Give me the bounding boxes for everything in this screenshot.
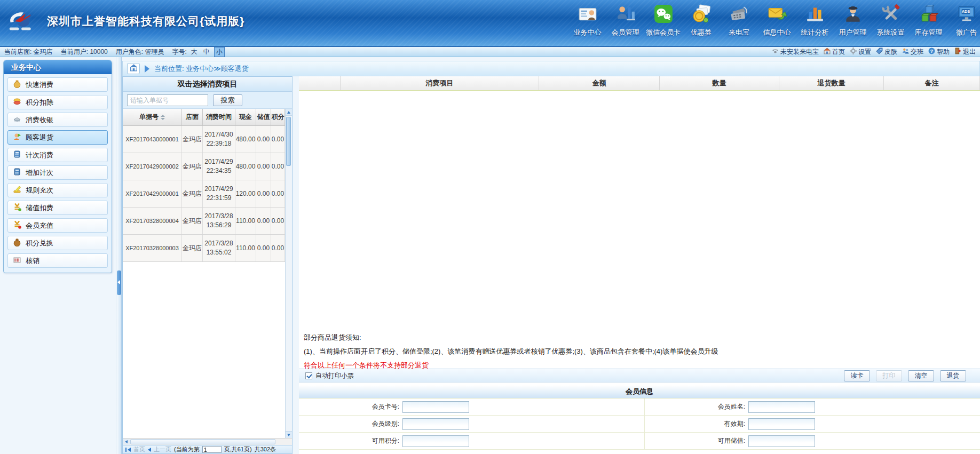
pagination-bar: 首页 上一页 (当前为第 页,共61页) 共302条 <box>123 445 292 453</box>
sidebar-item-verify[interactable]: 核销 <box>7 253 108 268</box>
member-level-label: 会员级别: <box>299 419 399 428</box>
total-records: 共302条 <box>255 445 276 453</box>
search-button[interactable]: 搜索 <box>213 94 242 106</box>
sidebar-item-stored-value-deduct[interactable]: 储值扣费 <box>7 201 108 215</box>
customer-return-icon <box>13 132 21 142</box>
yen-minus-icon <box>13 203 21 213</box>
member-card-no-field[interactable] <box>402 401 469 413</box>
refund-table-header: 消费项目 金额 数量 退货数量 备注 <box>299 76 980 91</box>
sidebar-item-cashier[interactable]: 消费收银 <box>7 113 108 127</box>
breadcrumb-home-button[interactable] <box>127 63 140 74</box>
nav-item-user-management[interactable]: 用户管理 <box>834 4 872 37</box>
nav-item-message-center[interactable]: 信息中心 <box>758 4 796 37</box>
caller-id-icon <box>729 4 749 26</box>
form-row: 可用积分: 可用储值: <box>299 433 980 450</box>
available-points-field[interactable] <box>402 435 469 447</box>
valid-date-label: 有效期: <box>645 419 745 428</box>
sidebar-item-points-deduct[interactable]: 积分扣除 <box>7 95 108 109</box>
nav-item-coupon[interactable]: 优惠券 <box>682 4 720 37</box>
vertical-scrollbar[interactable] <box>285 109 292 438</box>
member-name-field[interactable] <box>748 401 815 413</box>
nav-item-wechat-member-card[interactable]: 微信会员卡 <box>644 4 682 37</box>
available-stored-field[interactable] <box>748 435 815 447</box>
sidebar-item-points-exchange[interactable]: 积分兑换 <box>7 236 108 250</box>
font-size-large[interactable]: 大 <box>189 47 199 57</box>
nav-item-inventory[interactable]: 库存管理 <box>910 4 947 37</box>
skin-link[interactable]: 皮肤 <box>876 47 897 57</box>
home-icon <box>824 47 831 56</box>
column-header-store: 店面 <box>182 109 203 125</box>
horizontal-scroll-thumb[interactable] <box>130 439 275 444</box>
sidebar-item-add-count[interactable]: 增加计次 <box>7 165 108 180</box>
business-center-icon <box>578 4 598 26</box>
nav-label: 来电宝 <box>729 28 749 37</box>
order-row[interactable]: XF20170429000001 金玛店 2017/4/2922:31:59 1… <box>123 180 285 208</box>
notice-title: 部分商品退货须知: <box>304 331 975 345</box>
nav-item-business-center[interactable]: 业务中心 <box>568 4 606 37</box>
orders-panel: 双击选择消费项目 搜索 单据号 店面 消费时间 现金 储值 积分 XF20170… <box>122 76 293 454</box>
user-role-label: 用户角色: <box>116 48 143 55</box>
page-number-input[interactable] <box>202 446 222 453</box>
refund-notice: 部分商品退货须知: (1)、当前操作店面开启了积分、储值受限;(2)、该笔消费有… <box>304 331 975 372</box>
nav-item-system-settings[interactable]: 系统设置 <box>872 4 910 37</box>
order-row[interactable]: XF20170328000004 金玛店 2017/3/2813:56:29 1… <box>123 208 285 235</box>
sidebar-item-customer-return[interactable]: 顾客退货 <box>7 130 108 145</box>
scroll-down-button[interactable] <box>286 431 292 438</box>
column-header-order-no[interactable]: 单据号 <box>123 109 182 125</box>
order-no-search-input[interactable] <box>127 94 208 106</box>
home-link[interactable]: 首页 <box>824 47 845 57</box>
horizontal-scrollbar[interactable] <box>123 438 292 445</box>
available-stored-label: 可用储值: <box>645 436 745 445</box>
tag-icon <box>876 47 883 56</box>
nav-item-member-management[interactable]: 会员管理 <box>606 4 644 37</box>
nav-item-micro-ads[interactable]: ADS 微广告 <box>947 4 980 37</box>
settings-link[interactable]: 设置 <box>850 47 871 57</box>
column-header-return-qty: 退货数量 <box>779 76 884 90</box>
print-button[interactable]: 打印 <box>876 370 902 381</box>
available-points-label: 可用积分: <box>299 436 399 445</box>
scroll-thumb[interactable] <box>286 117 291 166</box>
shift-change-link[interactable]: 交班 <box>902 47 923 57</box>
system-settings-icon <box>881 4 901 26</box>
font-size-small[interactable]: 小 <box>214 47 225 57</box>
help-link[interactable]: ? 帮助 <box>928 47 950 57</box>
clear-button[interactable]: 清空 <box>908 370 934 381</box>
phone-icon <box>772 47 779 56</box>
column-header-time: 消费时间 <box>203 109 235 125</box>
auto-print-checkbox[interactable] <box>305 372 312 379</box>
order-search-row: 搜索 <box>123 92 292 109</box>
calculator-add-icon <box>13 168 21 178</box>
first-page-button[interactable] <box>125 448 131 452</box>
member-level-field[interactable] <box>402 418 469 430</box>
form-row: 会员级别: 有效期: <box>299 416 980 433</box>
nav-label: 会员管理 <box>612 28 639 37</box>
svg-text:ADS: ADS <box>961 9 970 14</box>
column-header-amount: 金额 <box>539 76 660 90</box>
prev-page-button[interactable] <box>148 448 151 452</box>
first-page-label[interactable]: 首页 <box>133 445 145 453</box>
sidebar-item-member-recharge[interactable]: 会员充值 <box>7 218 108 233</box>
logout-link[interactable]: 退出 <box>954 47 976 57</box>
order-row[interactable]: XF20170430000001 金玛店 2017/4/3022:39:18 4… <box>123 126 285 153</box>
nav-item-statistics[interactable]: 统计分析 <box>796 4 834 37</box>
sidebar-item-quick-consume[interactable]: 快速消费 <box>7 77 108 92</box>
micro-ads-icon: ADS <box>957 4 977 26</box>
prev-page-label[interactable]: 上一页 <box>154 445 171 453</box>
refund-button[interactable]: 退货 <box>940 370 966 381</box>
scroll-left-button[interactable] <box>123 439 130 445</box>
read-card-button[interactable]: 读卡 <box>844 370 870 381</box>
sidebar-item-count-consume[interactable]: 计次消费 <box>7 148 108 162</box>
caller-id-status[interactable]: 未安装来电宝 <box>772 47 819 57</box>
column-header-points: 积分 <box>271 109 285 125</box>
font-size-medium[interactable]: 中 <box>202 47 211 57</box>
nav-label: 统计分析 <box>801 28 829 37</box>
order-row[interactable]: XF20170328000003 金玛店 2017/3/2813:55:02 1… <box>123 235 285 262</box>
nav-item-caller-id[interactable]: 来电宝 <box>720 4 758 37</box>
order-row[interactable]: XF20170429000002 金玛店 2017/4/2922:34:35 4… <box>123 153 285 180</box>
sidebar-item-rule-recharge[interactable]: 规则充次 <box>7 183 108 197</box>
scroll-up-button[interactable] <box>286 109 292 116</box>
cashier-icon <box>13 115 21 125</box>
valid-date-field[interactable] <box>748 418 815 430</box>
splitter-collapse-handle[interactable] <box>117 270 121 295</box>
orders-table-header: 单据号 店面 消费时间 现金 储值 积分 <box>123 109 285 126</box>
